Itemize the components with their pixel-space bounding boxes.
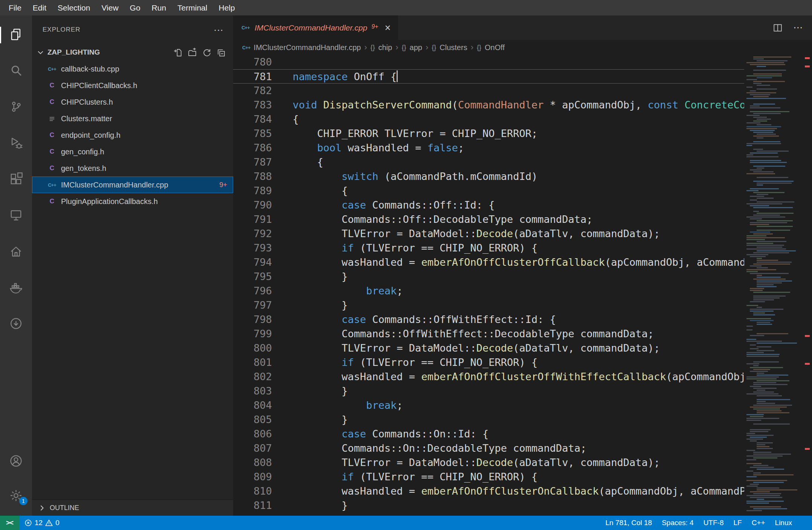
problems-status[interactable]: 12 0 [19, 519, 65, 527]
code-line-792[interactable]: 792 TLVError = DataModel::Decode(aDataTl… [233, 227, 744, 241]
namespace-symbol-icon: {} [370, 44, 375, 52]
new-file-icon[interactable] [173, 48, 183, 57]
sidebar-header: EXPLORER ··· [32, 15, 233, 44]
code-line-810[interactable]: 810 wasHandled = emberAfOnOffClusterOnCa… [233, 484, 744, 498]
more-actions-icon[interactable]: ⋯ [793, 22, 803, 34]
code-line-802[interactable]: 802 wasHandled = emberAfOnOffClusterOffW… [233, 370, 744, 384]
menu-item-go[interactable]: Go [124, 0, 146, 15]
remote-os[interactable]: Linux [770, 519, 797, 527]
tab-imclustercommandhandler[interactable]: C++ IMClusterCommandHandler.cpp 9+ × [233, 15, 398, 40]
minimap[interactable] [744, 55, 802, 516]
error-mark [805, 65, 810, 67]
code-line-804[interactable]: 804 break; [233, 398, 744, 413]
file-item-endpoint_config.h[interactable]: Cendpoint_config.h [32, 127, 233, 143]
code-line-796[interactable]: 796 break; [233, 284, 744, 298]
code-line-812[interactable]: 812 break; [233, 513, 744, 516]
code-line-780[interactable]: 780 [233, 55, 744, 69]
code-line-801[interactable]: 801 if (TLVError == CHIP_NO_ERROR) { [233, 355, 744, 370]
more-actions-icon[interactable]: ··· [214, 28, 223, 32]
code-line-787[interactable]: 787 { [233, 155, 744, 169]
outline-section[interactable]: OUTLINE [32, 500, 233, 516]
file-item-callback-stub.cpp[interactable]: C++callback-stub.cpp [32, 61, 233, 77]
indentation[interactable]: Spaces: 4 [657, 519, 699, 527]
code-line-809[interactable]: 809 if (TLVError == CHIP_NO_ERROR) { [233, 470, 744, 484]
menu-item-help[interactable]: Help [213, 0, 240, 15]
refresh-icon[interactable] [202, 48, 211, 57]
collapse-all-icon[interactable] [216, 48, 226, 57]
code-line-786[interactable]: 786 bool wasHandled = false; [233, 141, 744, 155]
code-line-782[interactable]: 782 [233, 84, 744, 98]
activity-settings[interactable]: 1 [0, 487, 32, 505]
breadcrumb-chip[interactable]: chip [379, 43, 392, 52]
code-line-798[interactable]: 798 case Commands::OffWithEffect::Id: { [233, 312, 744, 327]
activity-docker[interactable] [0, 279, 32, 297]
activity-accounts[interactable] [0, 452, 32, 471]
menu-item-edit[interactable]: Edit [27, 0, 52, 15]
eol-sequence[interactable]: LF [728, 519, 746, 527]
code-line-808[interactable]: 808 TLVError = DataModel::Decode(aDataTl… [233, 455, 744, 470]
file-item-chipclientcallbacks.h[interactable]: CCHIPClientCallbacks.h [32, 77, 233, 94]
outline-label: OUTLINE [50, 504, 79, 512]
file-item-gen_tokens.h[interactable]: Cgen_tokens.h [32, 160, 233, 177]
code-line-807[interactable]: 807 Commands::On::DecodableType commandD… [233, 441, 744, 455]
code-editor[interactable]: 780781namespace OnOff {782783void Dispat… [233, 55, 744, 516]
code-line-789[interactable]: 789 { [233, 184, 744, 198]
code-line-805[interactable]: 805 } [233, 413, 744, 427]
activity-tunnel[interactable] [0, 315, 32, 333]
status-bar-right: Ln 781, Col 18 Spaces: 4 UTF-8 LF C++ Li… [601, 519, 812, 527]
code-line-795[interactable]: 795 } [233, 270, 744, 284]
code-line-793[interactable]: 793 if (TLVError == CHIP_NO_ERROR) { [233, 241, 744, 255]
code-line-811[interactable]: 811 } [233, 498, 744, 513]
folder-section-header[interactable]: ZAP_LIGHTING [32, 44, 233, 61]
activity-remote-explorer[interactable] [0, 207, 32, 225]
encoding[interactable]: UTF-8 [699, 519, 729, 527]
activity-search[interactable] [0, 62, 32, 80]
code-line-788[interactable]: 788 switch (aCommandPath.mCommandId) [233, 169, 744, 184]
cursor-position[interactable]: Ln 781, Col 18 [601, 519, 657, 527]
code-line-783[interactable]: 783void DispatchServerCommand(CommandHan… [233, 98, 744, 112]
remote-explorer-icon [9, 208, 23, 224]
breadcrumb-file[interactable]: IMClusterCommandHandler.cpp [254, 43, 361, 52]
status-bar: >< 12 0 Ln 781, Col 18 Spaces: 4 UTF-8 L… [0, 516, 812, 530]
menu-item-file[interactable]: File [3, 0, 27, 15]
line-text: Commands::OffWithEffect::DecodableType c… [272, 327, 654, 341]
code-line-806[interactable]: 806 case Commands::On::Id: { [233, 427, 744, 441]
file-item-gen_config.h[interactable]: Cgen_config.h [32, 143, 233, 160]
menu-item-view[interactable]: View [96, 0, 124, 15]
code-line-797[interactable]: 797 } [233, 298, 744, 312]
code-line-781[interactable]: 781namespace OnOff { [233, 69, 744, 84]
remote-indicator[interactable]: >< [0, 516, 19, 530]
file-name: callback-stub.cpp [61, 65, 119, 73]
code-line-799[interactable]: 799 Commands::OffWithEffect::DecodableTy… [233, 327, 744, 341]
menu-item-selection[interactable]: Selection [52, 0, 96, 15]
code-line-803[interactable]: 803 } [233, 384, 744, 398]
breadcrumb-clusters[interactable]: Clusters [440, 43, 467, 52]
code-line-784[interactable]: 784{ [233, 112, 744, 126]
code-line-794[interactable]: 794 wasHandled = emberAfOnOffClusterOffC… [233, 255, 744, 270]
file-item-imclustercommandhandler.cpp[interactable]: C++IMClusterCommandHandler.cpp9+ [32, 177, 233, 193]
language-mode[interactable]: C++ [747, 519, 770, 527]
breadcrumb-app[interactable]: app [410, 43, 422, 52]
activity-home[interactable] [0, 243, 32, 261]
code-line-791[interactable]: 791 Commands::Off::DecodableType command… [233, 212, 744, 227]
menu-item-run[interactable]: Run [146, 0, 172, 15]
new-folder-icon[interactable] [188, 48, 197, 57]
file-item-chipclusters.h[interactable]: CCHIPClusters.h [32, 94, 233, 110]
tunnel-icon [9, 317, 23, 332]
menu-item-terminal[interactable]: Terminal [172, 0, 213, 15]
split-editor-icon[interactable] [773, 23, 783, 33]
activity-extensions[interactable] [0, 171, 32, 189]
activity-run-debug[interactable] [0, 134, 32, 152]
code-line-790[interactable]: 790 case Commands::Off::Id: { [233, 198, 744, 212]
activity-source-control[interactable] [0, 98, 32, 116]
line-text: if (TLVError == CHIP_NO_ERROR) { [272, 355, 537, 370]
code-lines: 780781namespace OnOff {782783void Dispat… [233, 55, 744, 516]
breadcrumb-onoff[interactable]: OnOff [485, 43, 505, 52]
text-cursor [397, 70, 398, 82]
activity-explorer[interactable] [0, 26, 32, 44]
file-item-clusters.matter[interactable]: Clusters.matter [32, 110, 233, 127]
code-line-800[interactable]: 800 TLVError = DataModel::Decode(aDataTl… [233, 341, 744, 355]
close-icon[interactable]: × [385, 24, 391, 32]
file-item-pluginapplicationcallbacks.h[interactable]: CPluginApplicationCallbacks.h [32, 193, 233, 210]
code-line-785[interactable]: 785 CHIP_ERROR TLVError = CHIP_NO_ERROR; [233, 126, 744, 141]
